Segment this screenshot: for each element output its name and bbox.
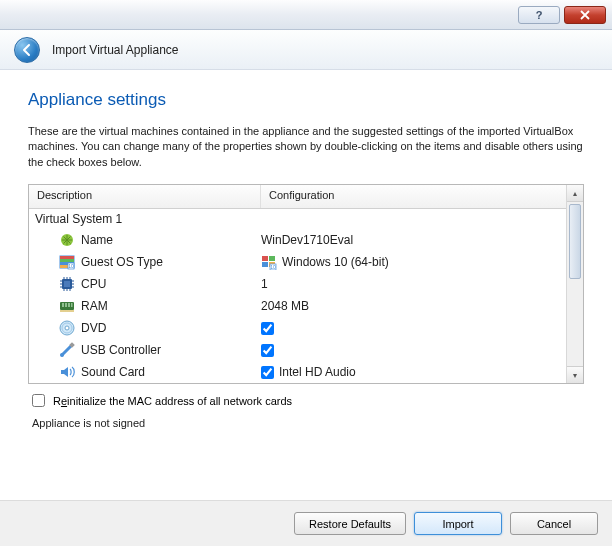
- titlebar: ?: [0, 0, 612, 30]
- table-row[interactable]: Sound CardIntel HD Audio: [29, 361, 583, 383]
- row-config: WinDev1710Eval: [261, 233, 583, 247]
- row-description: RAM: [29, 298, 261, 314]
- row-description: USB Controller: [29, 342, 261, 358]
- row-value: 2048 MB: [261, 299, 309, 313]
- row-value: Windows 10 (64-bit): [282, 255, 389, 269]
- table-row[interactable]: DVD: [29, 317, 583, 339]
- table-row[interactable]: RAM2048 MB: [29, 295, 583, 317]
- row-label: Sound Card: [81, 365, 145, 379]
- table-header: Description Configuration: [29, 185, 583, 209]
- ram-icon: [59, 298, 75, 314]
- row-description: Sound Card: [29, 364, 261, 380]
- row-description: 10Guest OS Type: [29, 254, 261, 270]
- row-value: WinDev1710Eval: [261, 233, 353, 247]
- table-body: Virtual System 1 NameWinDev1710Eval10Gue…: [29, 209, 583, 383]
- table-row[interactable]: CPU1: [29, 273, 583, 295]
- column-description[interactable]: Description: [29, 185, 261, 208]
- dvd-icon: [59, 320, 75, 336]
- row-label: USB Controller: [81, 343, 161, 357]
- restore-defaults-button[interactable]: Restore Defaults: [294, 512, 406, 535]
- back-arrow-icon: [20, 43, 34, 57]
- settings-table: Description Configuration Virtual System…: [28, 184, 584, 384]
- svg-point-24: [60, 353, 64, 357]
- svg-rect-20: [71, 303, 73, 307]
- row-config: Intel HD Audio: [261, 365, 583, 379]
- row-label: Guest OS Type: [81, 255, 163, 269]
- row-config: [261, 322, 583, 335]
- content-area: Appliance settings These are the virtual…: [0, 70, 612, 441]
- row-config: 2048 MB: [261, 299, 583, 313]
- svg-rect-9: [269, 256, 275, 261]
- row-label: Name: [81, 233, 113, 247]
- table-row[interactable]: USB Controller: [29, 339, 583, 361]
- svg-rect-10: [262, 262, 268, 267]
- svg-rect-15: [64, 281, 70, 287]
- mac-reinit-checkbox[interactable]: [32, 394, 45, 407]
- import-button[interactable]: Import: [414, 512, 502, 535]
- row-label: RAM: [81, 299, 108, 313]
- page-title: Appliance settings: [28, 90, 584, 110]
- row-checkbox[interactable]: [261, 366, 274, 379]
- row-checkbox[interactable]: [261, 344, 274, 357]
- signed-status: Appliance is not signed: [28, 417, 584, 429]
- row-checkbox[interactable]: [261, 322, 274, 335]
- svg-rect-8: [262, 256, 268, 261]
- usb-icon: [59, 342, 75, 358]
- sound-icon: [59, 364, 75, 380]
- intro-text: These are the virtual machines contained…: [28, 124, 584, 170]
- close-icon: [580, 10, 590, 20]
- row-value: Intel HD Audio: [279, 365, 356, 379]
- svg-rect-17: [62, 303, 64, 307]
- svg-rect-19: [68, 303, 70, 307]
- name-icon: [59, 232, 75, 248]
- help-button[interactable]: ?: [518, 6, 560, 24]
- scroll-down-button[interactable]: ▾: [567, 366, 583, 383]
- svg-rect-18: [65, 303, 67, 307]
- column-configuration[interactable]: Configuration: [261, 185, 583, 208]
- row-value: 1: [261, 277, 268, 291]
- svg-rect-3: [60, 259, 74, 262]
- svg-rect-2: [60, 256, 74, 259]
- cancel-button[interactable]: Cancel: [510, 512, 598, 535]
- scroll-up-button[interactable]: ▴: [567, 185, 583, 202]
- back-button[interactable]: [14, 37, 40, 63]
- svg-text:10: 10: [270, 264, 276, 270]
- row-config: 1: [261, 277, 583, 291]
- vertical-scrollbar[interactable]: ▴ ▾: [566, 185, 583, 383]
- window-title: Import Virtual Appliance: [52, 43, 179, 57]
- section-header[interactable]: Virtual System 1: [29, 209, 583, 229]
- footer: Restore Defaults Import Cancel: [0, 500, 612, 546]
- row-description: Name: [29, 232, 261, 248]
- scroll-track[interactable]: [567, 202, 583, 366]
- table-row[interactable]: 10Guest OS Type10Windows 10 (64-bit): [29, 251, 583, 273]
- svg-text:10: 10: [68, 263, 74, 269]
- scroll-thumb[interactable]: [569, 204, 581, 279]
- mac-reinit-row: Reinitialize the MAC address of all netw…: [28, 394, 584, 407]
- mac-reinit-label[interactable]: Reinitialize the MAC address of all netw…: [53, 395, 292, 407]
- row-label: DVD: [81, 321, 106, 335]
- cpu-icon: [59, 276, 75, 292]
- header-bar: Import Virtual Appliance: [0, 30, 612, 70]
- row-label: CPU: [81, 277, 106, 291]
- row-config: [261, 344, 583, 357]
- os-icon: 10: [59, 254, 75, 270]
- row-description: DVD: [29, 320, 261, 336]
- row-description: CPU: [29, 276, 261, 292]
- close-button[interactable]: [564, 6, 606, 24]
- table-row[interactable]: NameWinDev1710Eval: [29, 229, 583, 251]
- row-config: 10Windows 10 (64-bit): [261, 254, 583, 270]
- windows-icon: 10: [261, 254, 277, 270]
- svg-point-23: [65, 326, 69, 330]
